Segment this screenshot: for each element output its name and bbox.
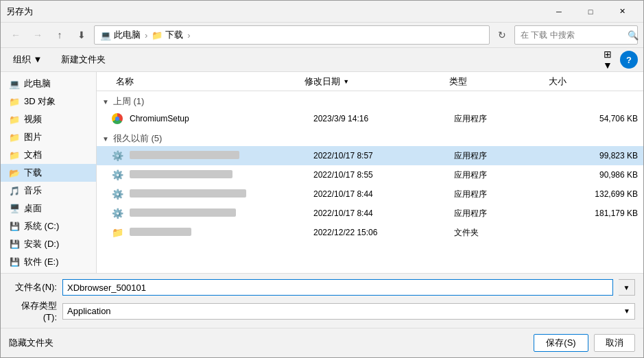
sidebar-label-desktop: 桌面 [24,202,42,215]
sidebar-label-3d: 3D 对象 [24,95,56,108]
sidebar-item-desktop[interactable]: 桌面 [1,200,96,217]
help-button[interactable]: ? [620,51,638,69]
save-as-dialog: 另存为 ─ □ ✕ ← → ↑ ⬇ 💻 此电脑 › 📁 下载 › ↻ 🔍 [0,0,644,358]
filetype-select[interactable]: Application ▼ [62,303,635,320]
file-row-blurred-4[interactable]: ⚙️ 2022/10/17 8:44 应用程序 181,179 KB [97,204,643,223]
organize-toolbar: 组织 ▼ 新建文件夹 ⊞ ▼ ? [1,48,643,72]
file-name-blurred-2 [124,170,308,180]
sidebar-item-music[interactable]: 音乐 [1,182,96,200]
maximize-button[interactable]: □ [575,1,606,23]
organize-button[interactable]: 组织 ▼ [6,51,49,69]
hide-folders-label: 隐藏文件夹 [9,337,53,349]
chrome-app-icon [110,112,124,126]
file-type-blurred-4: 应用程序 [449,208,546,219]
path-bar[interactable]: 💻 此电脑 › 📁 下载 › [94,25,490,45]
file-row-blurred-3[interactable]: ⚙️ 2022/10/17 8:44 应用程序 132,699 KB [97,184,643,204]
filetype-row: 保存类型(T): Application ▼ [9,300,635,322]
path-root[interactable]: 💻 此电脑 [100,29,141,41]
col-header-name[interactable]: 名称 [110,75,299,88]
drive-icon [9,239,20,250]
file-area: 名称 修改日期 ▼ 类型 大小 ▼ 上周 (1) [97,72,643,273]
folder-icon [9,114,20,125]
filetype-label: 保存类型(T): [9,300,57,322]
file-date-blurred-folder: 2022/12/22 15:06 [308,228,449,237]
file-name-blurred-3 [124,189,308,200]
back-button[interactable]: ← [6,25,25,45]
group-label-longago: 很久以前 (5) [113,132,163,145]
col-header-date[interactable]: 修改日期 ▼ [299,75,443,88]
group-arrow-lastweek[interactable]: ▼ [102,98,109,106]
sidebar-item-computer[interactable]: 此电脑 [1,75,96,93]
app-icon-3: ⚙️ [110,187,124,201]
blurred-name-2 [130,170,232,178]
search-input[interactable] [521,30,623,40]
file-name-blurred-folder [124,228,308,238]
footer-buttons: 保存(S) 取消 [534,334,635,352]
file-row-blurred-1[interactable]: ⚙️ 2022/10/17 8:57 应用程序 99,823 KB [97,146,643,165]
file-type-chromium: 应用程序 [449,113,546,125]
file-date-blurred-4: 2022/10/17 8:44 [308,208,449,218]
sidebar-item-pictures[interactable]: 图片 [1,128,96,146]
drive-icon [9,256,20,267]
folder-icon [9,132,20,143]
new-folder-button[interactable]: 新建文件夹 [54,51,112,69]
title-bar: 另存为 ─ □ ✕ [1,1,643,23]
dropdown-button[interactable]: ⬇ [72,25,91,45]
file-type-blurred-3: 应用程序 [449,189,546,200]
close-button[interactable]: ✕ [606,1,638,23]
file-row-blurred-folder[interactable]: 📁 2022/12/22 15:06 文件夹 [97,223,643,242]
filename-input[interactable] [62,279,613,296]
group-arrow-longago[interactable]: ▼ [102,135,109,143]
file-row-chromium[interactable]: ChromiumSetup 2023/3/9 14:16 应用程序 54,706… [97,109,643,128]
file-date-blurred-3: 2022/10/17 8:44 [308,189,449,199]
sidebar-item-3d[interactable]: 3D 对象 [1,93,96,110]
search-box[interactable]: 🔍 [514,25,638,45]
sidebar-label-video: 视频 [24,113,42,126]
sidebar-label-drive-d: 安装 (D:) [24,238,59,250]
sidebar-item-drive-c[interactable]: 系统 (C:) [1,217,96,235]
search-icon: 🔍 [628,30,639,40]
filetype-arrow: ▼ [623,307,630,315]
filetype-value: Application [67,306,623,316]
up-button[interactable]: ↑ [50,25,69,45]
hide-folders-toggle[interactable]: 隐藏文件夹 [9,337,53,349]
sidebar-item-video[interactable]: 视频 [1,110,96,128]
save-button[interactable]: 保存(S) [534,334,588,352]
footer: 隐藏文件夹 保存(S) 取消 [1,328,643,357]
file-type-blurred-2: 应用程序 [449,169,546,181]
folder-icon [9,96,20,107]
sidebar-label-drive-c: 系统 (C:) [24,220,59,232]
folder-open-icon [9,167,20,178]
app-icon-2: ⚙️ [110,168,124,182]
minimize-button[interactable]: ─ [543,1,575,23]
refresh-button[interactable]: ↻ [492,25,512,45]
sidebar: 此电脑 3D 对象 视频 图片 文档 下载 [1,72,97,273]
app-icon-4: ⚙️ [110,206,124,220]
path-folder[interactable]: 📁 下载 [152,29,183,41]
file-row-blurred-2[interactable]: ⚙️ 2022/10/17 8:55 应用程序 90,986 KB [97,165,643,184]
sidebar-item-drive-d[interactable]: 安装 (D:) [1,235,96,253]
group-header-longago: ▼ 很久以前 (5) [97,128,643,146]
file-type-blurred-1: 应用程序 [449,150,546,162]
col-header-type[interactable]: 类型 [444,75,544,88]
view-button[interactable]: ⊞ ▼ [598,51,617,69]
file-list: ▼ 上周 (1) ChromiumSetup 2023/3/9 14:16 应用… [97,91,643,273]
computer-icon: 💻 [100,30,111,40]
sidebar-item-documents[interactable]: 文档 [1,146,96,164]
filename-row: 文件名(N): ▼ [9,279,635,296]
forward-button[interactable]: → [28,25,47,45]
blurred-folder-name [130,228,191,236]
sidebar-item-drive-e[interactable]: 软件 (E:) [1,253,96,271]
sidebar-item-downloads[interactable]: 下载 [1,164,96,182]
col-header-size[interactable]: 大小 [543,75,643,88]
file-size-blurred-3: 132,699 KB [546,189,643,199]
file-size-chromium: 54,706 KB [546,114,643,123]
music-icon [9,185,20,196]
main-area: 此电脑 3D 对象 视频 图片 文档 下载 [1,72,643,273]
sidebar-label-documents: 文档 [24,149,42,161]
blurred-name-3 [130,189,246,198]
cancel-button[interactable]: 取消 [594,334,635,352]
path-sep-2: › [187,30,190,40]
file-date-blurred-1: 2022/10/17 8:57 [308,151,449,160]
filename-dropdown[interactable]: ▼ [619,279,635,296]
